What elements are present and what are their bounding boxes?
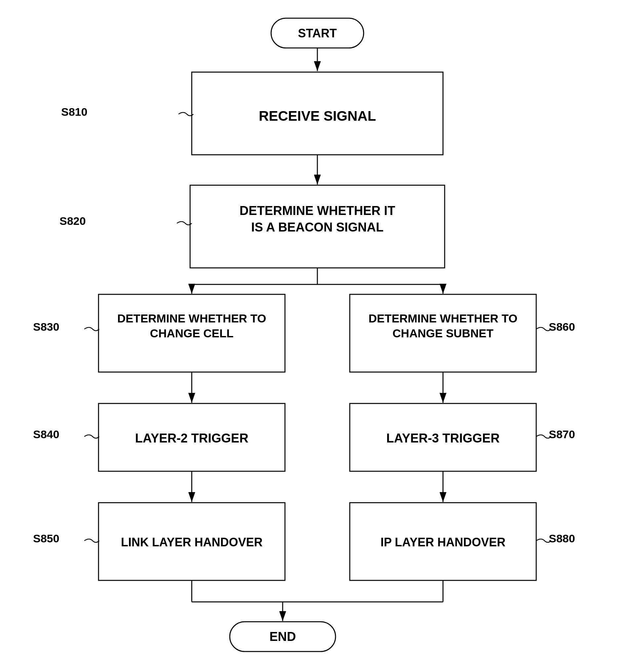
diagram-container: START RECEIVE SIGNAL S810 DETERMINE WHET… <box>0 0 643 672</box>
s850-wavy <box>84 539 99 542</box>
s810-text: RECEIVE SIGNAL <box>259 108 376 124</box>
s840-text: LAYER-2 TRIGGER <box>135 431 248 445</box>
s860-text-line2: CHANGE SUBNET <box>392 327 493 340</box>
s860-text-line1: DETERMINE WHETHER TO <box>368 312 517 325</box>
s850-step-label: S850 <box>33 532 59 545</box>
s850-text: LINK LAYER HANDOVER <box>121 536 263 549</box>
flowchart-svg: START RECEIVE SIGNAL S810 DETERMINE WHET… <box>0 0 643 672</box>
s870-step-label: S870 <box>549 428 575 441</box>
end-label: END <box>269 630 296 644</box>
s820-wavy <box>177 221 192 225</box>
s830-step-label: S830 <box>33 321 59 333</box>
s830-wavy <box>84 327 99 331</box>
s840-step-label: S840 <box>33 428 59 441</box>
s810-wavy <box>179 112 193 116</box>
s830-text-line1: DETERMINE WHETHER TO <box>117 312 266 325</box>
s860-step-label: S860 <box>549 321 575 333</box>
start-label: START <box>298 26 337 40</box>
s840-wavy <box>84 435 99 438</box>
s830-text-line2: CHANGE CELL <box>150 327 234 340</box>
s810-step-label: S810 <box>61 106 87 118</box>
s820-text-line2: IS A BEACON SIGNAL <box>251 220 384 234</box>
s880-text: IP LAYER HANDOVER <box>380 536 506 549</box>
s870-text: LAYER-3 TRIGGER <box>387 431 500 445</box>
s880-step-label: S880 <box>549 532 575 545</box>
s820-text-line1: DETERMINE WHETHER IT <box>240 204 396 218</box>
s820-step-label: S820 <box>60 215 86 227</box>
